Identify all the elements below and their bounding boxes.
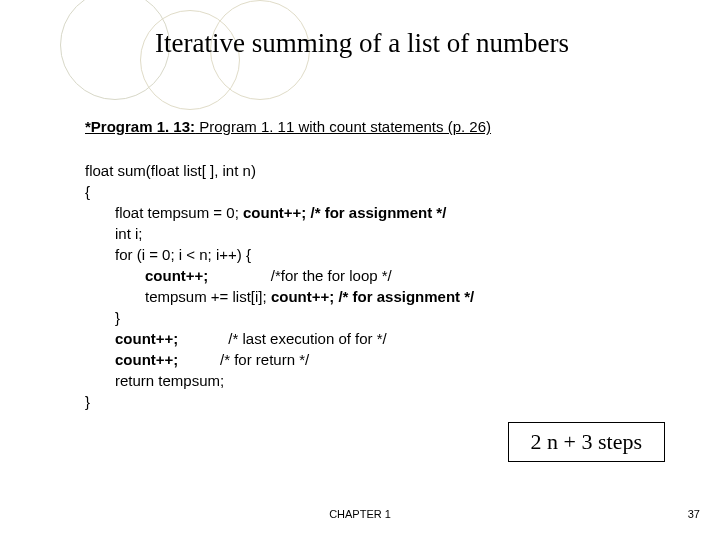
code-bold: count++; (115, 330, 178, 347)
footer-chapter: CHAPTER 1 (329, 508, 391, 520)
code-line: } (85, 391, 474, 412)
code-line: } (85, 307, 474, 328)
subtitle-bold: *Program 1. 13: (85, 118, 195, 135)
code-line: float tempsum = 0; count++; /* for assig… (85, 202, 474, 223)
code-text: tempsum += list[i]; (145, 288, 271, 305)
code-text: /* last execution of for */ (178, 330, 386, 347)
subtitle-rest: Program 1. 11 with count statements (p. … (195, 118, 491, 135)
code-line: { (85, 181, 474, 202)
footer-page-number: 37 (688, 508, 700, 520)
slide-title: Iterative summing of a list of numbers (155, 28, 569, 59)
code-bold: count++; (271, 288, 334, 305)
code-text: /*for the for loop */ (208, 267, 391, 284)
code-text: float tempsum = 0; (115, 204, 243, 221)
program-subtitle: *Program 1. 13: Program 1. 11 with count… (85, 118, 491, 135)
code-line: return tempsum; (85, 370, 474, 391)
code-line: count++; /*for the for loop */ (85, 265, 474, 286)
code-bold: /* for assignment */ (334, 288, 474, 305)
code-line: for (i = 0; i < n; i++) { (85, 244, 474, 265)
complexity-result: 2 n + 3 steps (508, 422, 665, 462)
code-bold: /* for assignment */ (306, 204, 446, 221)
code-line: int i; (85, 223, 474, 244)
code-bold: count++; (145, 267, 208, 284)
code-line: count++; /* last execution of for */ (85, 328, 474, 349)
code-text: /* for return */ (178, 351, 309, 368)
code-line: tempsum += list[i]; count++; /* for assi… (85, 286, 474, 307)
code-line: float sum(float list[ ], int n) (85, 160, 474, 181)
code-line: count++; /* for return */ (85, 349, 474, 370)
code-bold: count++; (243, 204, 306, 221)
code-block: float sum(float list[ ], int n) { float … (85, 160, 474, 412)
code-bold: count++; (115, 351, 178, 368)
